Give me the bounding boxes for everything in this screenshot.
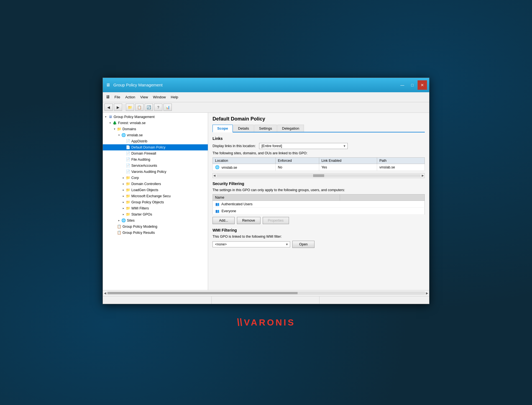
minimize-button[interactable]: —: [398, 80, 407, 90]
icon-sites: 🌐: [121, 218, 126, 223]
tree-item-root[interactable]: ▾ 🖥 Group Policy Management: [103, 114, 208, 120]
tab-scope[interactable]: Scope: [213, 125, 233, 132]
expander-wmi-filters[interactable]: ▸: [121, 206, 126, 211]
expander-domains[interactable]: ▾: [112, 127, 117, 131]
tab-settings[interactable]: Settings: [254, 125, 277, 132]
table-button[interactable]: 📊: [163, 104, 172, 111]
expander-gp-results[interactable]: ▸: [112, 230, 117, 235]
expander-group-policy-objects[interactable]: ▸: [121, 200, 126, 204]
menu-window[interactable]: Window: [151, 94, 168, 100]
expander-loadgen[interactable]: ▸: [121, 188, 126, 192]
toolbar-separator-1: [124, 104, 124, 110]
window-title: Group Policy Management: [113, 83, 163, 87]
security-row-everyone[interactable]: 👥 Everyone: [213, 207, 425, 214]
menu-file[interactable]: File: [112, 94, 122, 100]
expander-service-accounts[interactable]: ▸: [121, 163, 126, 168]
properties-button[interactable]: Properties: [263, 217, 289, 224]
expander-varonis-auditing[interactable]: ▸: [121, 170, 126, 174]
sidebar-footer: ◀ ▶: [103, 290, 429, 296]
hscroll-left-arrow[interactable]: ◀: [213, 174, 216, 177]
menu-help[interactable]: Help: [168, 94, 180, 100]
tree-item-default-domain[interactable]: ▸ 📄 Default Domain Policy: [103, 144, 208, 150]
security-row-auth-users[interactable]: 👥 Authenticated Users: [213, 201, 425, 207]
window-controls: — □ ✕: [398, 80, 427, 90]
expander-gp-modeling[interactable]: ▸: [112, 224, 117, 229]
tree-label-service-accounts: ServiceAccounts: [131, 164, 157, 168]
tree-item-sites[interactable]: ▸ 🌐 Sites: [103, 217, 208, 224]
tree-item-domains[interactable]: ▾ 📁 Domains: [103, 126, 208, 132]
remove-button[interactable]: Remove: [237, 217, 260, 224]
refresh-button[interactable]: 🔄: [145, 104, 153, 111]
expander-appdistrib[interactable]: ▸: [121, 139, 126, 143]
security-col-empty: [340, 194, 425, 201]
security-cell-everyone: 👥 Everyone: [213, 207, 340, 214]
tree-item-service-accounts[interactable]: ▸ 📄 ServiceAccounts: [103, 163, 208, 169]
display-links-dropdown[interactable]: [Entire forest]vrnslab.seDefault-First-S…: [259, 143, 348, 149]
sidebar-scroll-right[interactable]: ▶: [426, 291, 428, 295]
links-table-hscroll[interactable]: ◀ ▶: [213, 173, 425, 178]
close-button[interactable]: ✕: [418, 80, 427, 90]
tree-sidebar: ▾ 🖥 Group Policy Management ▾ 🌲 Forest: …: [103, 113, 208, 290]
expander-default-domain[interactable]: ▸: [121, 145, 126, 150]
expander-domain-firewall[interactable]: ▸: [121, 151, 126, 156]
tree-item-appdistrib[interactable]: ▸ 📄 AppDistrib: [103, 138, 208, 144]
tree-label-domains: Domains: [122, 127, 136, 131]
expander-starter-gpos[interactable]: ▸: [121, 212, 126, 217]
tree-item-starter-gpos[interactable]: ▸ 📁 Starter GPOs: [103, 211, 208, 217]
forward-button[interactable]: ▶: [114, 104, 122, 111]
tree-item-loadgen[interactable]: ▸ 📁 LoadGen Objects: [103, 187, 208, 193]
wmi-description: This GPO is linked to the following WMI …: [213, 235, 425, 239]
expander-domain-controllers[interactable]: ▸: [121, 182, 126, 186]
wmi-open-button[interactable]: Open: [292, 241, 314, 248]
security-table: Name 👥 Authenticated Users: [213, 194, 425, 215]
security-cell-auth-users: 👥 Authenticated Users: [213, 201, 340, 207]
expander-corp[interactable]: ▸: [121, 176, 126, 180]
brand-text: VARONIS: [244, 317, 295, 328]
tree-item-domain-firewall[interactable]: ▸ 📄 Domain Firewall: [103, 150, 208, 157]
menu-view[interactable]: View: [138, 94, 150, 100]
display-links-dropdown-wrapper: [Entire forest]vrnslab.seDefault-First-S…: [259, 143, 348, 149]
tree-item-gp-results[interactable]: ▸ 📋 Group Policy Results: [103, 230, 208, 236]
wmi-dropdown[interactable]: <none>: [213, 241, 290, 247]
tree-item-varonis-auditing[interactable]: ▸ 📄 Varonis Auditing Policy: [103, 169, 208, 175]
tab-delegation[interactable]: Delegation: [277, 125, 304, 132]
tree-item-corp[interactable]: ▸ 📁 Corp: [103, 175, 208, 181]
tree-label-forest: Forest: vrnslab.se: [118, 121, 145, 125]
tab-details[interactable]: Details: [233, 125, 254, 132]
clipboard-button[interactable]: 📋: [135, 104, 144, 111]
tree-item-gp-modeling[interactable]: ▸ 📋 Group Policy Modeling: [103, 224, 208, 230]
tree-label-gp-modeling: Group Policy Modeling: [122, 225, 157, 229]
expander-root[interactable]: ▾: [103, 115, 108, 119]
tree-label-group-policy-objects: Group Policy Objects: [131, 200, 164, 204]
expander-ms-exchange[interactable]: ▸: [121, 194, 126, 198]
help-button[interactable]: ?: [154, 104, 162, 111]
hscroll-thumb[interactable]: [313, 174, 324, 177]
varonis-logo: \\ VARONIS: [237, 317, 295, 328]
tree-item-file-auditing[interactable]: ▸ 📄 File Auditing: [103, 157, 208, 163]
folder-button[interactable]: 📁: [126, 104, 134, 111]
tree-item-forest[interactable]: ▾ 🌲 Forest: vrnslab.se: [103, 120, 208, 126]
tree-item-group-policy-objects[interactable]: ▸ 📁 Group Policy Objects: [103, 199, 208, 205]
icon-gp-results: 📋: [117, 230, 122, 235]
table-row[interactable]: 🌐 vmslab.se No Yes vmslab.se: [213, 164, 425, 171]
cell-enforced: No: [275, 164, 319, 171]
sidebar-scroll-left[interactable]: ◀: [104, 291, 106, 295]
expander-sites[interactable]: ▸: [117, 218, 121, 223]
expander-forest[interactable]: ▾: [108, 121, 112, 125]
back-button[interactable]: ◀: [104, 104, 113, 111]
security-header: Security Filtering: [213, 181, 425, 186]
security-buttons: Add... Remove Properties: [213, 217, 425, 224]
hscroll-right-arrow[interactable]: ▶: [422, 174, 424, 177]
tree-item-vrnslab[interactable]: ▾ 🌐 vrnslab.se: [103, 132, 208, 138]
menu-action[interactable]: Action: [123, 94, 137, 100]
tree-label-vrnslab: vrnslab.se: [127, 133, 143, 137]
icon-file-auditing: 📄: [126, 157, 131, 162]
add-button[interactable]: Add...: [213, 217, 235, 224]
expander-vrnslab[interactable]: ▾: [117, 133, 121, 137]
tree-item-ms-exchange[interactable]: ▸ 📁 Microsoft Exchange Secu: [103, 193, 208, 199]
status-segment-3: [321, 296, 427, 304]
tree-item-domain-controllers[interactable]: ▸ 📁 Domain Controllers: [103, 181, 208, 187]
maximize-button[interactable]: □: [408, 80, 417, 90]
tree-item-wmi-filters[interactable]: ▸ 📁 WMI Filters: [103, 205, 208, 211]
expander-file-auditing[interactable]: ▸: [121, 157, 126, 162]
